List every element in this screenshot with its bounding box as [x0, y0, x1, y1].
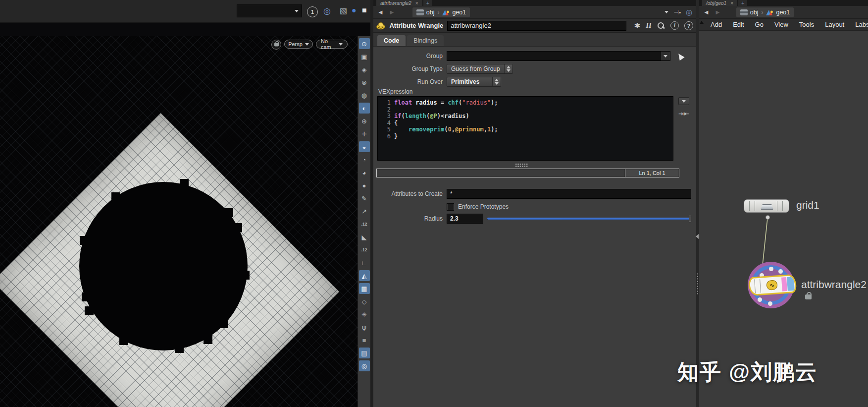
breadcrumb-obj[interactable]: obj — [740, 9, 759, 16]
collapse-pane-icon[interactable] — [696, 234, 699, 239]
material-sphere-icon[interactable]: ◍ — [359, 90, 370, 101]
info-icon[interactable]: i — [670, 21, 679, 30]
add-light-icon[interactable]: ⊕ — [359, 116, 370, 126]
menu-view[interactable]: View — [769, 21, 794, 28]
radius-input[interactable]: 2.3 — [447, 214, 483, 224]
help-icon[interactable]: ? — [684, 21, 693, 30]
no-cam-button[interactable]: No cam — [316, 40, 348, 49]
node-grid1[interactable] — [744, 199, 789, 213]
houdini-help-icon[interactable]: H — [646, 21, 652, 30]
view-tool-icon[interactable]: ⊙ — [359, 38, 370, 49]
wireframe-icon[interactable]: ◇ — [359, 296, 370, 307]
close-icon[interactable]: × — [415, 0, 418, 6]
cube-snap-icon[interactable]: ▧ — [340, 6, 347, 15]
profile-curve-icon[interactable]: ∟ — [359, 257, 370, 268]
pin-view-icon[interactable]: ◎ — [359, 360, 370, 371]
tab-bindings[interactable]: Bindings — [407, 35, 444, 46]
prim-display-icon: ◣ — [362, 233, 367, 241]
menu-add[interactable]: Add — [705, 21, 727, 28]
menu-go[interactable]: Go — [750, 21, 769, 28]
spinner-icon[interactable] — [492, 77, 501, 86]
new-tab-button[interactable]: + — [738, 0, 747, 6]
node-tick — [749, 201, 750, 211]
particles-icon[interactable]: ψ — [359, 322, 370, 333]
camera-lock-button[interactable] — [271, 40, 281, 50]
group-menu-button[interactable] — [661, 52, 670, 60]
viewport-side-toolbar: ⊙▣◈⊗◍◐⊕✛◒◔◕●✎↗.12◣.12∟◭▦◇✳ψ≡▤◎ — [357, 36, 370, 407]
grid1-node-label[interactable]: grid1 — [796, 199, 819, 211]
background-image-icon[interactable]: ▤ — [359, 348, 370, 358]
menu-edit[interactable]: Edit — [727, 21, 749, 28]
tool-preset-combo[interactable] — [237, 4, 302, 17]
expand-editor-icon[interactable]: ⇥⇤ — [678, 110, 689, 117]
display-options-icon[interactable]: ≡ — [359, 335, 370, 346]
divider-grip[interactable] — [697, 273, 699, 295]
visualizer-icon[interactable]: ▦ — [359, 283, 370, 294]
frame-badge[interactable]: 1 — [307, 6, 318, 17]
tab-code[interactable]: Code — [377, 35, 406, 46]
node-flag-blue[interactable] — [787, 277, 795, 291]
radar-target-icon[interactable]: ◎ — [323, 6, 331, 16]
slider-handle[interactable] — [689, 216, 691, 222]
shaded-mode-icon[interactable]: ◭ — [359, 270, 370, 281]
brush-icon[interactable]: ✎ — [359, 193, 370, 204]
search-icon[interactable] — [657, 22, 665, 30]
radius-slider[interactable] — [487, 216, 691, 222]
pane-menu-chevron-icon[interactable] — [664, 11, 668, 13]
grid1-output-connector[interactable] — [766, 215, 770, 220]
attribwrangle2-node-label[interactable]: attribwrangle2 — [801, 279, 867, 291]
follow-selection-icon[interactable]: ◎ — [686, 8, 692, 17]
persp-view-button[interactable]: Persp — [284, 40, 313, 49]
back-icon[interactable]: ◄ — [703, 8, 710, 16]
point-numbers-icon[interactable]: .12 — [359, 219, 370, 230]
menu-labs[interactable]: Labs — [850, 21, 868, 28]
lock-icon[interactable]: ◈ — [359, 64, 370, 75]
attributes-input[interactable]: * — [447, 189, 691, 199]
forward-icon[interactable]: ► — [715, 8, 721, 16]
tab-attribwrangle2[interactable]: attribwrangle2 × — [376, 0, 422, 6]
select-tool-icon[interactable]: ▣ — [359, 51, 370, 62]
select-geometry-arrow-icon[interactable] — [676, 52, 684, 60]
pin-pane-icon[interactable]: ⊣▪ — [673, 9, 681, 16]
editor-status-bar[interactable]: Ln 1, Col 1 — [376, 169, 679, 177]
view-adjust-icon[interactable]: ◔ — [359, 154, 370, 165]
editor-resize-handle[interactable] — [515, 163, 528, 168]
viewport-canvas[interactable]: Persp No cam — [0, 36, 370, 407]
normals-icon: ↗ — [361, 208, 367, 215]
back-icon[interactable]: ◄ — [377, 8, 384, 16]
square-snap-icon[interactable]: ■ — [362, 6, 367, 15]
prim-numbers-icon[interactable]: .12 — [359, 244, 370, 255]
tab-obj-geo1[interactable]: /obj/geo1 × — [702, 0, 737, 6]
group-type-combo[interactable]: Guess from Group — [447, 64, 513, 74]
breadcrumb-geo1[interactable]: geo1 — [442, 9, 466, 16]
camera-view-icon[interactable]: ◒ — [359, 141, 370, 152]
vex-code-editor[interactable]: 1float radius = chf("radius");23if(lengt… — [377, 96, 673, 161]
chevron-down-icon — [339, 43, 343, 46]
close-icon[interactable]: × — [730, 0, 733, 6]
enforce-prototypes-checkbox[interactable] — [447, 203, 454, 211]
snap-burst-icon[interactable]: ✳ — [359, 309, 370, 320]
move-light-icon[interactable]: ✛ — [359, 128, 370, 139]
menu-tools[interactable]: Tools — [794, 21, 819, 28]
forward-icon[interactable]: ► — [389, 8, 395, 16]
node-attribwrangle2[interactable]: ∿ — [748, 274, 797, 296]
run-over-combo[interactable]: Primitives — [447, 77, 501, 87]
gear-settings-icon[interactable]: ✱ — [634, 21, 641, 30]
sphere-snap-icon[interactable]: ● — [352, 6, 357, 15]
headlight-off-icon[interactable]: ⊗ — [359, 77, 370, 88]
menu-layout[interactable]: Layout — [819, 21, 850, 28]
prim-display-icon[interactable]: ◣ — [359, 232, 370, 242]
normals-icon[interactable]: ↗ — [359, 206, 370, 217]
new-tab-button[interactable]: + — [423, 0, 432, 6]
editor-menu-button[interactable] — [678, 97, 689, 105]
hole-jagged-edge — [159, 262, 168, 271]
spinner-icon[interactable] — [504, 64, 512, 73]
node-name-field[interactable]: attribwrangle2 — [447, 21, 626, 31]
breadcrumb-geo1[interactable]: geo1 — [766, 9, 790, 16]
pan-view-icon[interactable]: ◕ — [359, 167, 370, 178]
breadcrumb-obj[interactable]: obj — [416, 9, 435, 16]
group-input[interactable] — [447, 51, 670, 61]
node-flag-pink[interactable] — [781, 277, 787, 291]
lighting-icon[interactable]: ◐ — [359, 103, 370, 114]
point-display-icon[interactable]: ● — [359, 180, 370, 191]
